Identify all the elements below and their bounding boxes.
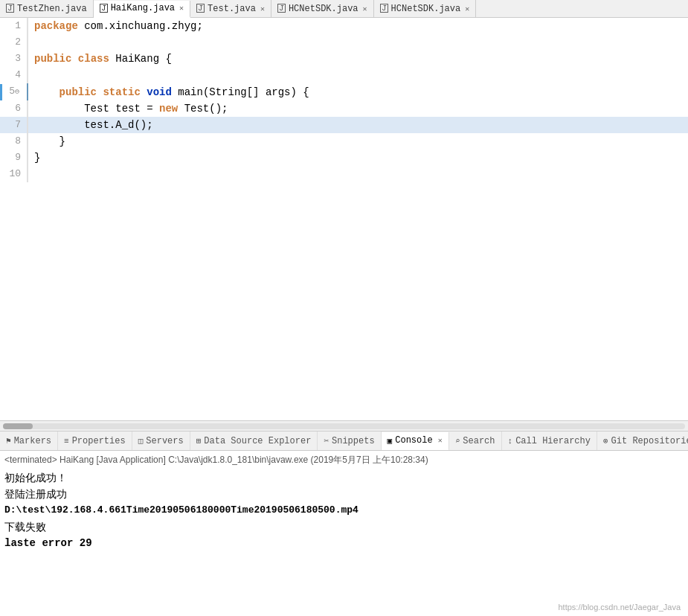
watermark: https://blog.csdn.net/Jaegar_Java — [559, 603, 681, 612]
console-output[interactable]: <terminated> HaiKang [Java Application] … — [0, 451, 688, 616]
line-number-9: 9 — [2, 150, 28, 166]
code-line-5: 5⊖ public static void main(String[] args… — [0, 83, 688, 100]
code-line-3: 3 public class HaiKang { — [0, 51, 688, 67]
tab-gitrepos[interactable]: ⊗ Git Repositories — [597, 431, 688, 450]
line-number-3: 3 — [2, 51, 28, 67]
tab-testzhen[interactable]: 🄹 TestZhen.java — [0, 0, 94, 17]
search-icon: ⌕ — [455, 436, 460, 446]
line-number-7: 7 — [2, 117, 28, 133]
code-line-2: 2 — [0, 34, 688, 51]
line-number-4: 4 — [2, 67, 28, 83]
tab-close-icon[interactable]: ✕ — [363, 4, 367, 13]
servers-icon: ◫ — [138, 436, 144, 446]
java-icon: 🄹 — [380, 4, 388, 13]
java-icon: 🄹 — [196, 4, 205, 13]
bottom-panel: ⚑ Markers ≡ Properties ◫ Servers ⊞ Data … — [0, 431, 688, 616]
line-content-6: Test test = new Test(); — [31, 100, 228, 117]
fold-marker[interactable]: ⊖ — [15, 88, 19, 96]
bottom-tab-bar: ⚑ Markers ≡ Properties ◫ Servers ⊞ Data … — [0, 431, 688, 451]
tab-console[interactable]: ▣ Console ✕ — [382, 432, 449, 451]
line-number-6: 6 — [2, 100, 28, 117]
tab-test[interactable]: 🄹 Test.java ✕ — [190, 0, 271, 17]
scrollbar-track[interactable] — [3, 423, 685, 429]
console-icon: ▣ — [388, 436, 393, 446]
console-line-4: 下载失败 — [4, 519, 684, 535]
line-content-1: package com.xinchuang.zhyg; — [31, 18, 203, 34]
tab-properties[interactable]: ≡ Properties — [58, 431, 132, 450]
console-line-3: D:\test\192.168.4.661Time20190506180000T… — [4, 502, 684, 519]
tab-servers[interactable]: ◫ Servers — [132, 431, 190, 450]
line-number-1: 1 — [2, 18, 28, 34]
console-header: <terminated> HaiKang [Java Application] … — [4, 454, 684, 466]
tab-close-icon[interactable]: ✕ — [260, 4, 265, 13]
code-line-10: 10 — [0, 166, 688, 182]
code-line-4: 4 — [0, 67, 688, 83]
line-number-8: 8 — [2, 133, 28, 150]
snippets-icon: ✂ — [324, 436, 329, 446]
line-content-3: public class HaiKang { — [31, 51, 172, 67]
code-editor[interactable]: 1 package com.xinchuang.zhyg; 2 3 public… — [0, 18, 688, 421]
line-content-5: public static void main(String[] args) { — [31, 84, 309, 100]
console-line-2: 登陆注册成功 — [4, 486, 684, 502]
code-line-6: 6 Test test = new Test(); — [0, 100, 688, 117]
console-line-1: 初始化成功！ — [4, 469, 684, 486]
tab-haikang[interactable]: 🄹 HaiKang.java ✕ — [94, 1, 190, 18]
code-line-8: 8 } — [0, 133, 688, 150]
line-content-7: test.A_d(); — [31, 117, 153, 133]
tab-hcnetsdk1[interactable]: 🄹 HCNetSDK.java ✕ — [271, 0, 374, 17]
git-icon: ⊗ — [603, 436, 608, 446]
code-line-1: 1 package com.xinchuang.zhyg; — [0, 18, 688, 34]
line-number-5: 5⊖ — [2, 83, 28, 100]
console-line-5: laste error 29 — [4, 535, 684, 551]
properties-icon: ≡ — [64, 437, 69, 446]
line-content-9: } — [31, 150, 40, 166]
tab-search[interactable]: ⌕ Search — [449, 431, 502, 450]
tab-callhierarchy[interactable]: ↕ Call Hierarchy — [502, 431, 597, 450]
callhierarchy-icon: ↕ — [508, 437, 513, 446]
markers-icon: ⚑ — [6, 436, 11, 446]
console-header-text: <terminated> HaiKang [Java Application] … — [4, 455, 428, 465]
scrollbar-thumb[interactable] — [3, 423, 33, 429]
tab-hcnetsdk2[interactable]: 🄹 HCNetSDK.java ✕ — [374, 0, 477, 17]
tab-snippets[interactable]: ✂ Snippets — [318, 431, 381, 450]
tab-close-small[interactable]: ✕ — [438, 436, 443, 445]
code-line-7: 7 test.A_d(); — [0, 117, 688, 133]
java-icon: 🄹 — [277, 4, 286, 13]
tab-close-icon[interactable]: ✕ — [465, 4, 469, 13]
code-line-9: 9 } — [0, 150, 688, 166]
code-content: 1 package com.xinchuang.zhyg; 2 3 public… — [0, 18, 688, 420]
horizontal-scrollbar[interactable] — [0, 421, 688, 431]
java-icon: 🄹 — [100, 4, 108, 13]
java-icon: 🄹 — [6, 4, 14, 13]
datasource-icon: ⊞ — [196, 436, 202, 446]
tab-bar: 🄹 TestZhen.java 🄹 HaiKang.java ✕ 🄹 Test.… — [0, 0, 688, 18]
tab-close-icon[interactable]: ✕ — [179, 4, 184, 13]
line-content-8: } — [31, 133, 65, 150]
line-number-10: 10 — [2, 166, 28, 182]
tab-markers[interactable]: ⚑ Markers — [0, 431, 58, 450]
tab-datasource[interactable]: ⊞ Data Source Explorer — [190, 431, 318, 450]
line-number-2: 2 — [2, 34, 28, 51]
